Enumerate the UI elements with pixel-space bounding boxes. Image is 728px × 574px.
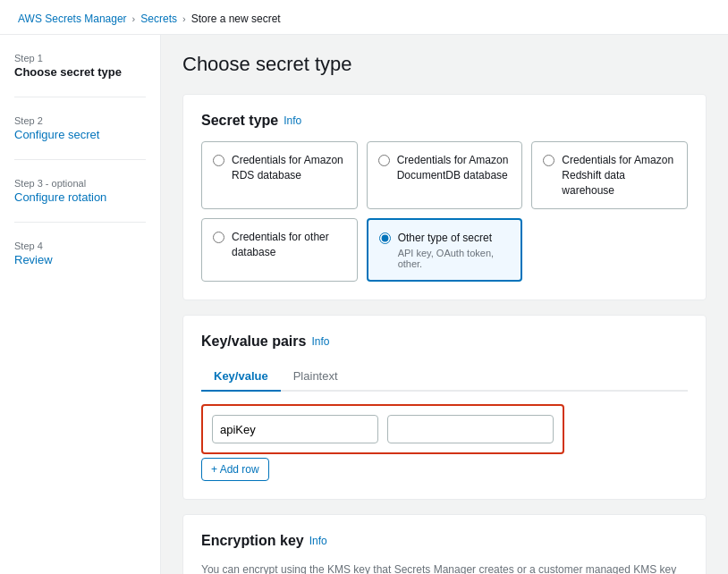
sidebar-step-1: Step 1 Choose secret type (14, 53, 146, 97)
radio-other-db-label: Credentials for other database (232, 230, 346, 260)
sidebar-item-configure-secret[interactable]: Configure secret (14, 128, 146, 141)
tab-keyvalue[interactable]: Key/value (201, 362, 281, 392)
sidebar-step-2: Step 2 Configure secret (14, 115, 146, 160)
page-title: Choose secret type (182, 53, 707, 76)
radio-rds-label: Credentials for Amazon RDS database (232, 153, 346, 183)
kv-tab-bar: Key/value Plaintext (201, 362, 688, 392)
main-content: Choose secret type Secret type Info Cred… (161, 35, 728, 574)
breadcrumb-link-secrets-manager[interactable]: AWS Secrets Manager (18, 13, 127, 25)
sidebar-item-configure-rotation[interactable]: Configure rotation (14, 190, 146, 204)
breadcrumb-sep-2: › (182, 13, 186, 24)
kv-row-wrapper (201, 404, 564, 454)
encryption-key-card: Encryption key Info You can encrypt usin… (182, 514, 707, 574)
breadcrumb-current: Store a new secret (191, 13, 281, 25)
kv-pairs-card-title: Key/value pairs Info (201, 333, 688, 350)
encryption-info-link[interactable]: Info (309, 535, 327, 547)
sidebar-item-choose-secret-type[interactable]: Choose secret type (14, 65, 146, 79)
step-2-label: Step 2 (14, 115, 146, 126)
radio-other-sublabel: API key, OAuth token, other. (398, 248, 511, 269)
radio-option-other[interactable]: Other type of secret API key, OAuth toke… (367, 218, 523, 282)
step-4-label: Step 4 (14, 241, 146, 251)
sidebar-step-4: Step 4 Review (14, 241, 146, 284)
breadcrumb-link-secrets[interactable]: Secrets (140, 13, 177, 25)
breadcrumb-sep-1: › (132, 13, 136, 24)
radio-option-rds[interactable]: Credentials for Amazon RDS database (201, 141, 358, 209)
breadcrumb: AWS Secrets Manager › Secrets › Store a … (0, 0, 728, 35)
sidebar-item-review[interactable]: Review (14, 253, 146, 266)
encryption-description: You can encrypt using the KMS key that S… (201, 561, 688, 574)
radio-docdb-label: Credentials for Amazon DocumentDB databa… (397, 153, 512, 183)
secret-type-info-link[interactable]: Info (284, 114, 301, 127)
radio-rds[interactable] (213, 155, 224, 166)
radio-other-label: Other type of secret (398, 231, 511, 246)
radio-docdb[interactable] (378, 155, 390, 166)
encryption-key-card-title: Encryption key Info (201, 533, 688, 549)
kv-key-input[interactable] (212, 415, 378, 443)
kv-value-input[interactable] (387, 415, 554, 443)
kv-pairs-info-link[interactable]: Info (311, 335, 329, 348)
kv-pairs-card: Key/value pairs Info Key/value Plaintext… (182, 315, 707, 500)
radio-option-docdb[interactable]: Credentials for Amazon DocumentDB databa… (367, 141, 523, 209)
add-row-button[interactable]: + Add row (201, 458, 269, 481)
secret-type-card: Secret type Info Credentials for Amazon … (182, 94, 707, 300)
secret-type-card-title: Secret type Info (201, 113, 688, 129)
step-1-label: Step 1 (14, 53, 146, 63)
secret-type-options: Credentials for Amazon RDS database Cred… (201, 141, 688, 282)
radio-redshift-label: Credentials for Amazon Redshift data war… (562, 153, 676, 198)
sidebar-step-3: Step 3 - optional Configure rotation (14, 178, 146, 223)
radio-other[interactable] (379, 232, 391, 244)
sidebar: Step 1 Choose secret type Step 2 Configu… (0, 35, 161, 574)
radio-option-redshift[interactable]: Credentials for Amazon Redshift data war… (531, 141, 688, 209)
radio-redshift[interactable] (543, 155, 554, 166)
tab-plaintext[interactable]: Plaintext (281, 362, 351, 392)
step-3-label: Step 3 - optional (14, 178, 146, 189)
radio-option-other-db[interactable]: Credentials for other database (201, 218, 358, 282)
radio-other-db[interactable] (213, 232, 224, 243)
